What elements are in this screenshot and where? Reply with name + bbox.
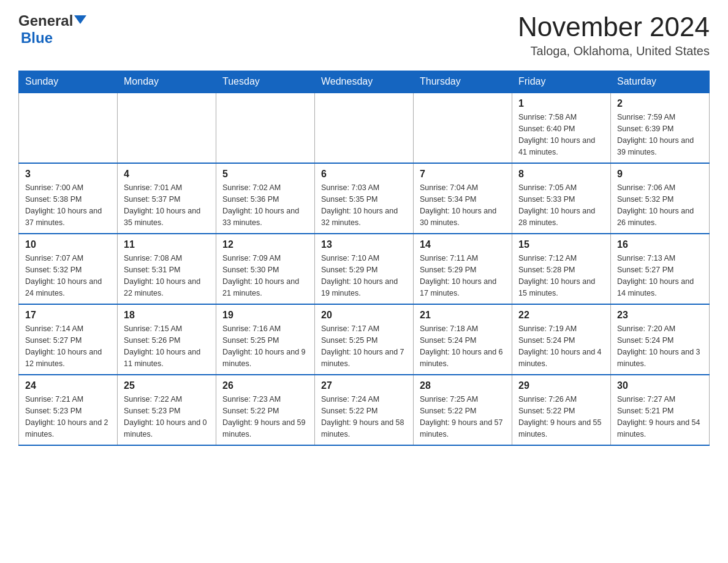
calendar-cell: 16Sunrise: 7:13 AM Sunset: 5:27 PM Dayli… [611, 234, 710, 304]
calendar-cell: 27Sunrise: 7:24 AM Sunset: 5:22 PM Dayli… [315, 375, 414, 445]
day-number: 26 [222, 380, 308, 391]
day-number: 13 [321, 239, 407, 250]
day-info: Sunrise: 7:19 AM Sunset: 5:24 PM Dayligh… [518, 323, 604, 369]
calendar-cell: 7Sunrise: 7:04 AM Sunset: 5:34 PM Daylig… [414, 163, 512, 234]
calendar-cell: 24Sunrise: 7:21 AM Sunset: 5:23 PM Dayli… [19, 375, 118, 445]
calendar-cell: 2Sunrise: 7:59 AM Sunset: 6:39 PM Daylig… [611, 93, 710, 163]
day-number: 24 [25, 380, 111, 391]
day-info: Sunrise: 7:16 AM Sunset: 5:25 PM Dayligh… [222, 323, 308, 369]
day-number: 12 [222, 239, 308, 250]
day-info: Sunrise: 7:14 AM Sunset: 5:27 PM Dayligh… [25, 323, 111, 369]
weekday-header-tuesday: Tuesday [216, 71, 315, 93]
day-info: Sunrise: 7:18 AM Sunset: 5:24 PM Dayligh… [420, 323, 506, 369]
calendar-cell: 4Sunrise: 7:01 AM Sunset: 5:37 PM Daylig… [118, 163, 216, 234]
day-info: Sunrise: 7:06 AM Sunset: 5:32 PM Dayligh… [617, 182, 703, 228]
month-title: November 2024 [518, 12, 710, 42]
calendar-cell: 9Sunrise: 7:06 AM Sunset: 5:32 PM Daylig… [611, 163, 710, 234]
day-info: Sunrise: 7:58 AM Sunset: 6:40 PM Dayligh… [518, 112, 604, 158]
day-info: Sunrise: 7:13 AM Sunset: 5:27 PM Dayligh… [617, 253, 703, 299]
calendar-cell: 19Sunrise: 7:16 AM Sunset: 5:25 PM Dayli… [216, 304, 315, 375]
calendar-cell [414, 93, 512, 163]
page-header: General Blue November 2024 Taloga, Oklah… [18, 12, 710, 58]
calendar-cell: 17Sunrise: 7:14 AM Sunset: 5:27 PM Dayli… [19, 304, 118, 375]
calendar-cell: 15Sunrise: 7:12 AM Sunset: 5:28 PM Dayli… [512, 234, 611, 304]
day-info: Sunrise: 7:08 AM Sunset: 5:31 PM Dayligh… [124, 253, 210, 299]
day-info: Sunrise: 7:12 AM Sunset: 5:28 PM Dayligh… [518, 253, 604, 299]
weekday-header-saturday: Saturday [611, 71, 710, 93]
day-info: Sunrise: 7:27 AM Sunset: 5:21 PM Dayligh… [617, 394, 703, 440]
day-info: Sunrise: 7:09 AM Sunset: 5:30 PM Dayligh… [222, 253, 308, 299]
calendar-cell [118, 93, 216, 163]
day-number: 14 [420, 239, 506, 250]
day-number: 10 [25, 239, 111, 250]
day-number: 9 [617, 169, 703, 180]
week-row-3: 10Sunrise: 7:07 AM Sunset: 5:32 PM Dayli… [19, 234, 710, 304]
calendar-cell: 1Sunrise: 7:58 AM Sunset: 6:40 PM Daylig… [512, 93, 611, 163]
calendar-cell: 10Sunrise: 7:07 AM Sunset: 5:32 PM Dayli… [19, 234, 118, 304]
calendar-cell: 21Sunrise: 7:18 AM Sunset: 5:24 PM Dayli… [414, 304, 512, 375]
logo-blue-text: Blue [21, 29, 53, 46]
day-number: 19 [222, 310, 308, 321]
day-number: 28 [420, 380, 506, 391]
week-row-2: 3Sunrise: 7:00 AM Sunset: 5:38 PM Daylig… [19, 163, 710, 234]
calendar-cell: 6Sunrise: 7:03 AM Sunset: 5:35 PM Daylig… [315, 163, 414, 234]
calendar-cell: 13Sunrise: 7:10 AM Sunset: 5:29 PM Dayli… [315, 234, 414, 304]
calendar-cell [315, 93, 414, 163]
calendar-cell: 29Sunrise: 7:26 AM Sunset: 5:22 PM Dayli… [512, 375, 611, 445]
day-number: 18 [124, 310, 210, 321]
day-info: Sunrise: 7:24 AM Sunset: 5:22 PM Dayligh… [321, 394, 407, 440]
week-row-1: 1Sunrise: 7:58 AM Sunset: 6:40 PM Daylig… [19, 93, 710, 163]
title-area: November 2024 Taloga, Oklahoma, United S… [518, 12, 710, 58]
day-number: 15 [518, 239, 604, 250]
day-number: 22 [518, 310, 604, 321]
calendar-cell: 28Sunrise: 7:25 AM Sunset: 5:22 PM Dayli… [414, 375, 512, 445]
day-number: 3 [25, 169, 111, 180]
day-number: 2 [617, 98, 703, 109]
weekday-header-friday: Friday [512, 71, 611, 93]
day-number: 8 [518, 169, 604, 180]
weekday-header-monday: Monday [118, 71, 216, 93]
weekday-header-sunday: Sunday [19, 71, 118, 93]
logo: General Blue [18, 12, 86, 47]
day-info: Sunrise: 7:03 AM Sunset: 5:35 PM Dayligh… [321, 182, 407, 228]
day-number: 23 [617, 310, 703, 321]
day-info: Sunrise: 7:21 AM Sunset: 5:23 PM Dayligh… [25, 394, 111, 440]
calendar-cell: 3Sunrise: 7:00 AM Sunset: 5:38 PM Daylig… [19, 163, 118, 234]
day-info: Sunrise: 7:05 AM Sunset: 5:33 PM Dayligh… [518, 182, 604, 228]
calendar-cell: 22Sunrise: 7:19 AM Sunset: 5:24 PM Dayli… [512, 304, 611, 375]
day-info: Sunrise: 7:01 AM Sunset: 5:37 PM Dayligh… [124, 182, 210, 228]
day-info: Sunrise: 7:17 AM Sunset: 5:25 PM Dayligh… [321, 323, 407, 369]
day-number: 25 [124, 380, 210, 391]
calendar-cell: 14Sunrise: 7:11 AM Sunset: 5:29 PM Dayli… [414, 234, 512, 304]
day-number: 7 [420, 169, 506, 180]
day-info: Sunrise: 7:10 AM Sunset: 5:29 PM Dayligh… [321, 253, 407, 299]
calendar-cell [216, 93, 315, 163]
day-number: 29 [518, 380, 604, 391]
day-info: Sunrise: 7:15 AM Sunset: 5:26 PM Dayligh… [124, 323, 210, 369]
day-number: 4 [124, 169, 210, 180]
day-number: 20 [321, 310, 407, 321]
day-info: Sunrise: 7:23 AM Sunset: 5:22 PM Dayligh… [222, 394, 308, 440]
calendar-cell [19, 93, 118, 163]
calendar-cell: 8Sunrise: 7:05 AM Sunset: 5:33 PM Daylig… [512, 163, 611, 234]
calendar-cell: 25Sunrise: 7:22 AM Sunset: 5:23 PM Dayli… [118, 375, 216, 445]
day-number: 5 [222, 169, 308, 180]
calendar-cell: 20Sunrise: 7:17 AM Sunset: 5:25 PM Dayli… [315, 304, 414, 375]
weekday-header-row: SundayMondayTuesdayWednesdayThursdayFrid… [19, 71, 710, 93]
day-info: Sunrise: 7:26 AM Sunset: 5:22 PM Dayligh… [518, 394, 604, 440]
calendar-cell: 12Sunrise: 7:09 AM Sunset: 5:30 PM Dayli… [216, 234, 315, 304]
day-number: 11 [124, 239, 210, 250]
calendar-cell: 26Sunrise: 7:23 AM Sunset: 5:22 PM Dayli… [216, 375, 315, 445]
calendar-table: SundayMondayTuesdayWednesdayThursdayFrid… [18, 71, 710, 446]
logo-triangle-icon [74, 15, 86, 24]
logo-general-text: General [18, 12, 73, 29]
day-info: Sunrise: 7:02 AM Sunset: 5:36 PM Dayligh… [222, 182, 308, 228]
day-number: 17 [25, 310, 111, 321]
day-info: Sunrise: 7:59 AM Sunset: 6:39 PM Dayligh… [617, 112, 703, 158]
day-number: 27 [321, 380, 407, 391]
day-number: 1 [518, 98, 604, 109]
location-title: Taloga, Oklahoma, United States [518, 44, 710, 58]
weekday-header-wednesday: Wednesday [315, 71, 414, 93]
week-row-5: 24Sunrise: 7:21 AM Sunset: 5:23 PM Dayli… [19, 375, 710, 445]
day-info: Sunrise: 7:07 AM Sunset: 5:32 PM Dayligh… [25, 253, 111, 299]
